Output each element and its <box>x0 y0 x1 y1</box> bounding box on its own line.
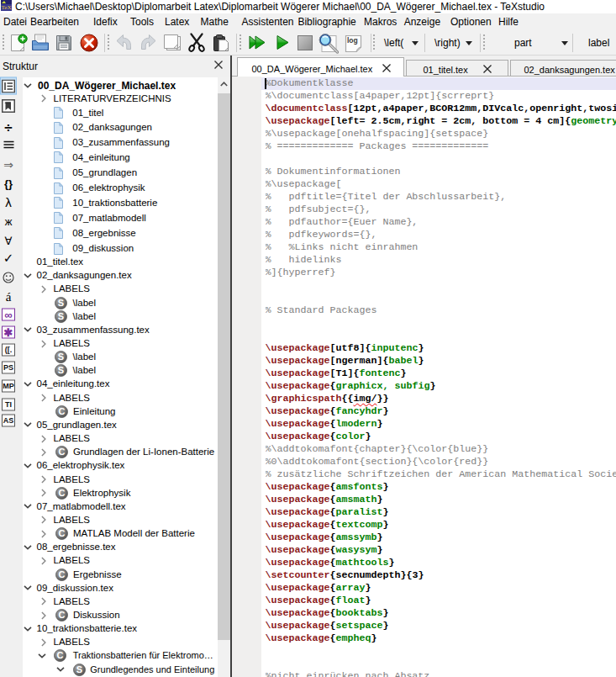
svg-text:C: C <box>57 651 64 661</box>
svg-text:S: S <box>58 365 64 375</box>
svg-text:S: S <box>58 311 64 321</box>
svg-text:S: S <box>58 298 64 308</box>
svg-text:C: C <box>58 528 65 538</box>
svg-text:S: S <box>76 664 82 674</box>
svg-text:C: C <box>58 447 65 457</box>
svg-text:C: C <box>58 569 65 579</box>
svg-text:S: S <box>58 352 64 362</box>
svg-text:C: C <box>58 488 65 498</box>
svg-text:C: C <box>58 610 65 620</box>
svg-text:C: C <box>58 406 65 416</box>
